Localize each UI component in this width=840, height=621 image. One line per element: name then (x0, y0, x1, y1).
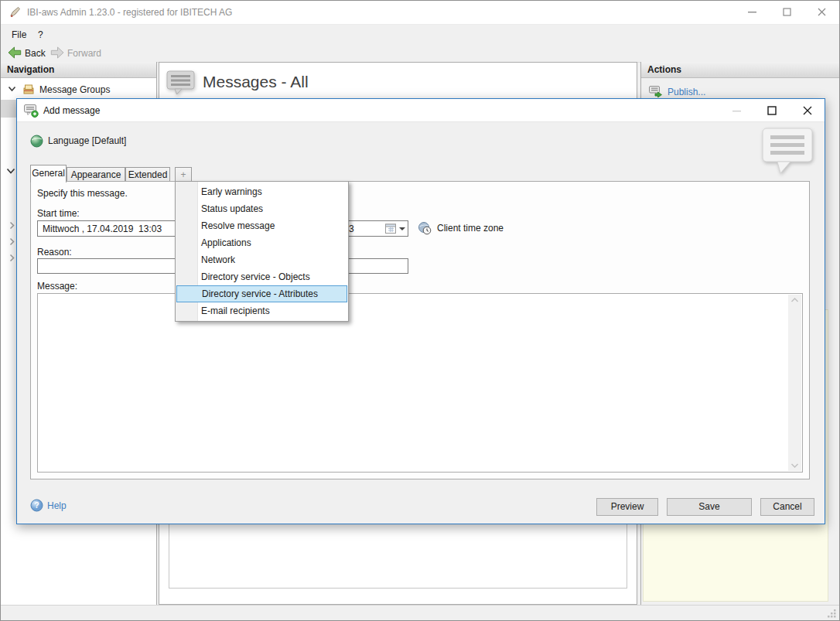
window-titlebar: IBI-aws Admin 1.23.0 - registered for IB… (1, 1, 839, 25)
menu-bar: File ? (1, 25, 839, 43)
menu-item-directory-service-attributes[interactable]: Directory service - Attributes (176, 285, 347, 302)
calendar-dropdown-button[interactable] (385, 223, 405, 234)
message-scrollbar[interactable] (788, 295, 801, 471)
save-button[interactable]: Save (667, 498, 752, 516)
back-arrow-icon (8, 46, 22, 59)
start-time-value: Mittwoch , 17.04.2019 13:03 (43, 223, 162, 234)
caret-down-icon (399, 227, 405, 230)
tree-item-message-groups[interactable]: Message Groups (1, 81, 156, 98)
scroll-down-icon[interactable] (790, 463, 799, 468)
client-time-zone-label: Client time zone (437, 223, 504, 234)
calendar-icon (385, 223, 396, 234)
chevron-down-icon[interactable] (6, 168, 15, 175)
app-icon (9, 6, 22, 19)
dialog-description: Specify this message. (37, 188, 128, 199)
message-textarea[interactable] (37, 293, 803, 473)
status-bar (1, 605, 839, 621)
tab-add[interactable]: + (175, 167, 192, 183)
preview-button[interactable]: Preview (596, 498, 658, 516)
tab-general[interactable]: General (30, 165, 67, 183)
dialog-maximize-button[interactable] (756, 100, 787, 121)
toolbar: Back Forward (1, 43, 839, 63)
dialog-title: Add message (43, 105, 100, 116)
chevron-down-icon[interactable] (8, 86, 16, 92)
navigation-header: Navigation (1, 62, 156, 78)
actions-header: Actions (641, 62, 839, 78)
start-time-label: Start time: (37, 208, 80, 219)
page-title: Messages - All (203, 73, 309, 91)
help-label: Help (47, 500, 67, 511)
menu-item-network[interactable]: Network (176, 251, 347, 268)
help-link[interactable]: ? Help (30, 499, 67, 512)
message-label: Message: (37, 281, 77, 292)
add-message-icon (24, 104, 39, 118)
menu-item-status-updates[interactable]: Status updates (176, 200, 347, 217)
general-tab-page: Specify this message. Start time: Mittwo… (30, 181, 810, 479)
help-icon: ? (30, 499, 43, 512)
scroll-up-icon[interactable] (790, 298, 799, 302)
dialog-titlebar: Add message (17, 99, 825, 122)
menu-help[interactable]: ? (33, 28, 48, 42)
messages-icon (166, 70, 196, 96)
dialog-close-button[interactable] (792, 100, 823, 121)
back-button[interactable]: Back (5, 45, 49, 60)
menu-item-early-warnings[interactable]: Early warnings (176, 183, 347, 200)
cancel-button[interactable]: Cancel (760, 498, 814, 516)
menu-item-email-recipients[interactable]: E-mail recipients (176, 302, 347, 319)
client-time-zone-icon (418, 221, 432, 235)
menu-item-directory-service-objects[interactable]: Directory service - Objects (176, 268, 347, 285)
publish-label: Publish... (668, 87, 705, 97)
message-type-popup-menu: Early warnings Status updates Resolve me… (175, 181, 349, 322)
chevron-right-icon[interactable] (9, 237, 15, 246)
end-time-value: 3 (349, 223, 354, 234)
publish-icon (649, 86, 662, 97)
forward-arrow-icon (50, 46, 64, 59)
language-globe-icon (30, 135, 43, 148)
menu-item-applications[interactable]: Applications (176, 234, 347, 251)
language-row: Language [Default] (30, 134, 126, 148)
selected-tree-item-sliver (1, 100, 16, 118)
message-groups-icon (22, 83, 35, 95)
tab-appearance[interactable]: Appearance (67, 167, 125, 183)
maximize-button[interactable] (770, 1, 804, 23)
close-button[interactable] (804, 1, 839, 23)
dialog-watermark-bubble-icon (762, 128, 814, 176)
chevron-right-icon[interactable] (9, 221, 15, 230)
add-message-dialog: Add message Language [Default] General A… (16, 98, 825, 524)
menu-item-resolve-message[interactable]: Resolve message (176, 217, 347, 234)
reason-label: Reason: (37, 247, 72, 258)
resize-grip[interactable] (827, 609, 837, 619)
dialog-minimize-button[interactable] (721, 100, 752, 121)
app-window: IBI-aws Admin 1.23.0 - registered for IB… (0, 0, 840, 621)
forward-button[interactable]: Forward (47, 45, 104, 60)
window-title: IBI-aws Admin 1.23.0 - registered for IB… (27, 7, 232, 18)
chevron-right-icon[interactable] (9, 254, 15, 262)
client-time-zone-row: Client time zone (418, 221, 504, 235)
language-label: Language [Default] (48, 135, 126, 146)
tree-item-label: Message Groups (39, 84, 110, 95)
svg-text:?: ? (34, 501, 39, 510)
menu-file[interactable]: File (7, 28, 31, 42)
forward-label: Forward (67, 47, 101, 59)
back-label: Back (25, 47, 46, 59)
minimize-button[interactable] (735, 1, 770, 23)
tab-extended[interactable]: Extended (125, 167, 170, 183)
publish-link[interactable]: Publish... (649, 86, 705, 97)
